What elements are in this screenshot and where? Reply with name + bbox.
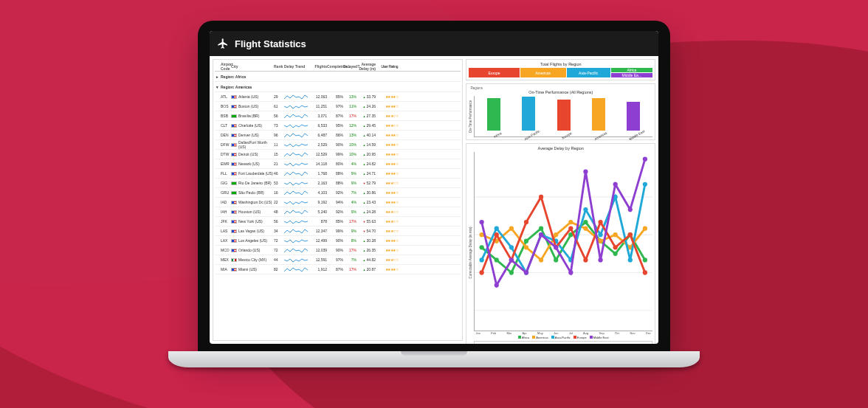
svg-point-57 <box>554 245 559 249</box>
cell-flights: 878 <box>309 219 327 224</box>
cell-flights: 14,118 <box>309 162 327 166</box>
table-row[interactable]: BSB Brasília (BR) 56 3,071 87% 17% 27.35… <box>215 111 461 121</box>
cell-rating: ★★★★☆ <box>376 104 398 108</box>
legend-item[interactable]: Africa <box>518 336 529 339</box>
legend-item[interactable]: Europe <box>574 336 587 339</box>
table-row[interactable]: CLT Charlotte (US) 73 6,533 95% 12% 29.4… <box>215 121 461 131</box>
bar[interactable]: Asia-Pacific <box>514 97 543 135</box>
group-row-americas[interactable]: ▾Region: Americas <box>215 82 461 92</box>
table-row[interactable]: GIG Rio De Janeiro (BR) 53 2,163 88% 9% … <box>215 179 461 188</box>
cell-trend <box>284 151 309 158</box>
cell-city: Atlanta (US) <box>231 94 274 99</box>
flag-icon <box>231 95 237 99</box>
cell-completion: 92% <box>327 190 343 195</box>
table-row[interactable]: DFW Dallas/Fort Worth (US) 11 2,529 90% … <box>215 140 461 150</box>
cell-flights: 9,192 <box>309 200 327 204</box>
table-row[interactable]: FLL Fort Lauderdale (US) 46 1,768 88% 9%… <box>215 169 461 179</box>
col-header[interactable]: Delayed? <box>343 64 356 69</box>
table-row[interactable]: MEX Mexico City (MX) 44 12,591 97% 7% 44… <box>215 255 461 265</box>
cell-rank: 56 <box>274 219 284 224</box>
col-header[interactable]: Delay Trend <box>284 64 309 69</box>
flag-icon <box>231 124 237 128</box>
bar[interactable]: Americas <box>584 98 613 136</box>
collapse-icon[interactable]: ▾ <box>216 85 218 89</box>
table-row[interactable]: DEN Denver (US) 96 6,487 86% 13% 40.14 ★… <box>215 131 461 140</box>
treemap-cell[interactable]: Middle Ea... <box>611 73 652 77</box>
cell-rank: 48 <box>274 210 284 214</box>
expand-icon[interactable]: ▸ <box>216 75 218 79</box>
col-header[interactable]: Airport Code <box>215 62 231 71</box>
table-row[interactable]: GRU São Paulo (BR) 16 4,103 92% 7% 30.86… <box>215 188 461 198</box>
svg-point-28 <box>480 257 484 262</box>
cell-completion: 88% <box>327 181 343 185</box>
flag-icon <box>231 153 237 156</box>
cell-rating: ★★★★☆ <box>376 162 398 166</box>
cell-rating: ★★★★☆ <box>376 94 398 99</box>
cell-city: Washington Dc (US) <box>231 200 274 204</box>
cell-rank: 29 <box>274 94 284 99</box>
chart-title: On-Time Performance (All Regions) <box>469 90 652 94</box>
table-row[interactable]: JFK New York (US) 56 878 85% 17% 55.63 ★… <box>215 217 461 227</box>
cell-trend <box>284 190 309 196</box>
cell-code: GRU <box>215 190 231 195</box>
range-navigator[interactable]: JanFebMarAprMayJunJulAugSepOctNovDec <box>474 341 652 344</box>
bar[interactable]: Middle East <box>619 102 648 135</box>
svg-point-30 <box>509 245 514 249</box>
treemap-chart[interactable]: EuropeAmericasAsia-PacificAfricaMiddle E… <box>469 68 652 77</box>
bar[interactable]: Africa <box>479 98 508 135</box>
cell-code: DEN <box>215 133 231 137</box>
table-row[interactable]: DTW Detroit (US) 15 12,529 99% 10% 20.95… <box>215 150 461 159</box>
table-row[interactable]: BOS Boston (US) 61 11,251 97% 11% 24.26 … <box>215 102 461 111</box>
data-grid[interactable]: Airport Code City Rank Delay Trend Fligh… <box>213 59 463 341</box>
cell-city: Fort Lauderdale (US) <box>231 171 274 176</box>
table-row[interactable]: ATL Atlanta (US) 29 12,063 85% 13% 33.79… <box>215 92 461 102</box>
flag-icon <box>231 105 237 108</box>
cell-city: Newark (US) <box>231 162 274 166</box>
legend-item[interactable]: Asia-Pacific <box>551 336 571 339</box>
cell-code: MIA <box>215 267 231 272</box>
table-row[interactable]: EWR Newark (US) 21 14,118 80% 4% 24.82 ★… <box>215 159 461 169</box>
col-header[interactable]: Rank <box>274 64 284 69</box>
svg-point-25 <box>613 232 618 237</box>
cell-delayed: 13% <box>343 94 356 99</box>
table-row[interactable]: LAX Los Angeles (US) 72 12,499 90% 8% 30… <box>215 236 461 246</box>
svg-point-24 <box>599 239 603 243</box>
cell-trend <box>284 209 309 215</box>
svg-point-36 <box>599 232 603 237</box>
legend-item[interactable]: Americas <box>532 336 548 339</box>
col-header[interactable]: Completion... <box>327 64 343 69</box>
table-row[interactable]: LAS Las Vegas (US) 34 12,347 99% 9% 54.7… <box>215 227 461 236</box>
cell-flights: 12,039 <box>309 248 327 252</box>
table-row[interactable]: MIA Miami (US) 82 1,912 87% 17% 20.87 ★★… <box>215 265 461 274</box>
cell-rating: ★★★★☆ <box>376 267 398 272</box>
treemap-cell[interactable]: Europe <box>469 68 519 77</box>
cell-rank: 34 <box>274 229 284 233</box>
table-row[interactable]: IAH Houston (US) 48 5,240 92% 9% 24.28 ★… <box>215 207 461 217</box>
bar[interactable]: Europe <box>549 100 578 136</box>
col-header[interactable]: Average Delay (m) <box>356 62 376 71</box>
app-title: Flight Statistics <box>235 38 306 49</box>
cell-completion: 86% <box>327 133 343 137</box>
cell-rating: ★★★☆☆ <box>376 114 398 118</box>
line-chart[interactable] <box>474 152 652 331</box>
group-row-africa[interactable]: ▸Region: Africa <box>215 72 461 82</box>
col-header[interactable]: Flights <box>309 64 327 69</box>
svg-point-38 <box>628 257 633 262</box>
cell-trend <box>284 161 309 167</box>
col-header[interactable]: City <box>231 64 274 69</box>
svg-point-54 <box>509 257 514 262</box>
treemap-cell[interactable]: Asia-Pacific <box>567 68 610 77</box>
svg-point-63 <box>643 157 647 162</box>
legend-item[interactable]: Middle East <box>590 336 609 339</box>
bar-chart[interactable]: AfricaAsia-PacificEuropeAmericasMiddle E… <box>474 96 652 137</box>
table-row[interactable]: IAD Washington Dc (US) 22 9,192 94% 4% 2… <box>215 198 461 207</box>
treemap-cell[interactable]: Americas <box>520 68 566 77</box>
table-row[interactable]: MCO Orlando (US) 72 12,039 90% 17% 26.35… <box>215 246 461 255</box>
cell-avg-delay: 55.63 <box>356 219 376 224</box>
treemap-cell[interactable]: Africa <box>611 68 652 72</box>
svg-point-52 <box>480 220 484 224</box>
table-header-row: Airport Code City Rank Delay Trend Fligh… <box>215 61 461 72</box>
cell-completion: 88% <box>327 171 343 176</box>
cell-rating: ★★★☆☆ <box>376 181 398 185</box>
col-header[interactable]: User Rating <box>376 64 398 69</box>
